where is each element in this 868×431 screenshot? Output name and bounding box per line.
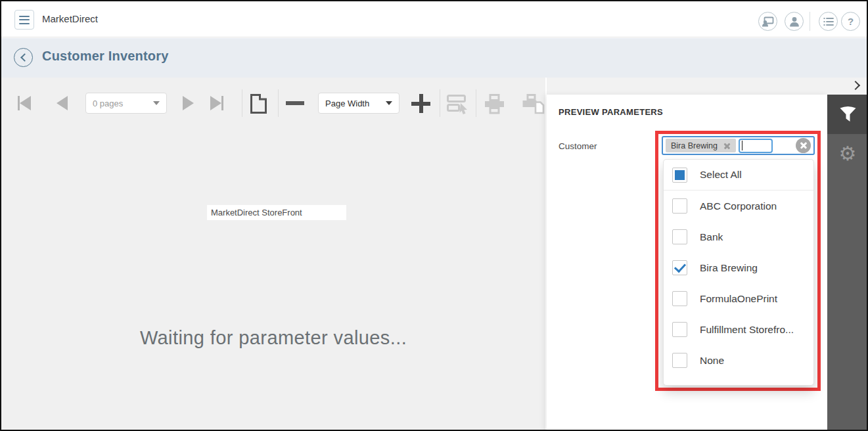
previous-page-button[interactable] [57, 96, 68, 110]
zoom-out-button[interactable] [286, 101, 304, 105]
remote-session-button[interactable] [758, 12, 777, 31]
toolbar-divider [242, 89, 242, 117]
filter-icon [839, 106, 857, 123]
list-menu-button[interactable] [819, 12, 838, 31]
next-page-icon [183, 96, 194, 110]
checkbox-unchecked-icon[interactable] [672, 291, 687, 306]
app-window: MarketDirect ? [0, 0, 868, 431]
user-profile-button[interactable] [785, 12, 804, 31]
first-page-button[interactable] [18, 96, 31, 110]
zoom-in-button[interactable] [411, 94, 430, 113]
app-title: MarketDirect [42, 13, 98, 24]
help-icon: ? [848, 16, 854, 27]
zoom-dropdown-value: Page Width [325, 99, 369, 108]
toolbar-divider [476, 89, 476, 117]
panel-title: PREVIEW PARAMETERS [559, 107, 663, 117]
customer-parameter-label: Customer [559, 141, 597, 151]
remote-session-icon [762, 16, 774, 27]
checkbox-unchecked-icon[interactable] [672, 198, 687, 214]
option-abc-corporation[interactable]: ABC Corporation [664, 191, 813, 221]
last-page-icon [210, 96, 221, 110]
new-page-button[interactable] [250, 93, 267, 117]
zoom-dropdown[interactable]: Page Width [318, 93, 400, 114]
option-bira-brewing[interactable]: Bira Brewing [664, 252, 813, 283]
option-select-all[interactable]: Select All [664, 160, 813, 191]
storefront-watermark: MarketDirect StoreFront [207, 205, 346, 220]
parameters-filter-button[interactable] [827, 95, 868, 134]
checkbox-unchecked-icon[interactable] [672, 353, 687, 368]
selected-chip: Bira Brewing [666, 139, 736, 152]
list-icon [823, 17, 834, 26]
previous-page-icon [57, 96, 68, 110]
top-bar: MarketDirect ? [1, 1, 867, 37]
chevron-left-icon [20, 53, 29, 62]
customer-multiselect[interactable]: Bira Brewing [662, 136, 815, 155]
option-formulaoneprint[interactable]: FormulaOnePrint [664, 283, 813, 314]
sub-header: Customer Inventory [1, 38, 867, 78]
checkbox-indeterminate-icon[interactable] [672, 168, 687, 183]
chevron-down-icon [386, 101, 392, 105]
text-cursor [742, 141, 743, 150]
settings-button[interactable]: ⚙ [827, 134, 868, 173]
clear-selection-button[interactable] [796, 138, 811, 153]
option-none[interactable]: None [664, 345, 813, 376]
new-page-icon [250, 93, 267, 114]
help-button[interactable]: ? [841, 12, 860, 31]
gear-icon: ⚙ [839, 144, 857, 164]
checkbox-checked-icon[interactable] [672, 260, 687, 275]
user-icon [789, 16, 800, 27]
first-page-icon [20, 96, 31, 110]
checkbox-unchecked-icon[interactable] [672, 229, 687, 244]
pages-dropdown[interactable]: 0 pages [85, 93, 167, 114]
last-page-button[interactable] [210, 96, 223, 110]
select-report-item-button[interactable] [447, 94, 470, 118]
print-layout-icon [522, 94, 545, 114]
print-button[interactable] [484, 94, 505, 117]
customer-options-dropdown: Select All ABC Corporation Bank Bira Bre… [663, 159, 814, 386]
checkbox-unchecked-icon[interactable] [672, 322, 687, 337]
pages-dropdown-value: 0 pages [93, 99, 123, 108]
select-report-item-icon [447, 94, 470, 115]
topbar-divider [810, 12, 810, 31]
option-bank[interactable]: Bank [664, 221, 813, 252]
report-viewer [1, 78, 545, 431]
print-layout-button[interactable] [522, 94, 545, 117]
toolbar-divider [440, 89, 440, 117]
multiselect-search-input[interactable] [739, 139, 773, 153]
next-page-button[interactable] [183, 96, 194, 110]
print-icon [484, 94, 505, 114]
chevron-down-icon [153, 101, 160, 105]
selected-chip-label: Bira Brewing [671, 141, 718, 150]
remove-chip-icon[interactable] [723, 142, 731, 149]
option-fulfillment-storefront[interactable]: Fulfillment Storefro... [664, 314, 813, 345]
toolbar-divider [278, 89, 279, 117]
panel-top-strip [547, 78, 868, 95]
page-title: Customer Inventory [42, 49, 169, 64]
back-button[interactable] [14, 48, 33, 67]
hamburger-menu-button[interactable] [14, 10, 34, 30]
status-message: Waiting for parameter values... [1, 327, 545, 349]
